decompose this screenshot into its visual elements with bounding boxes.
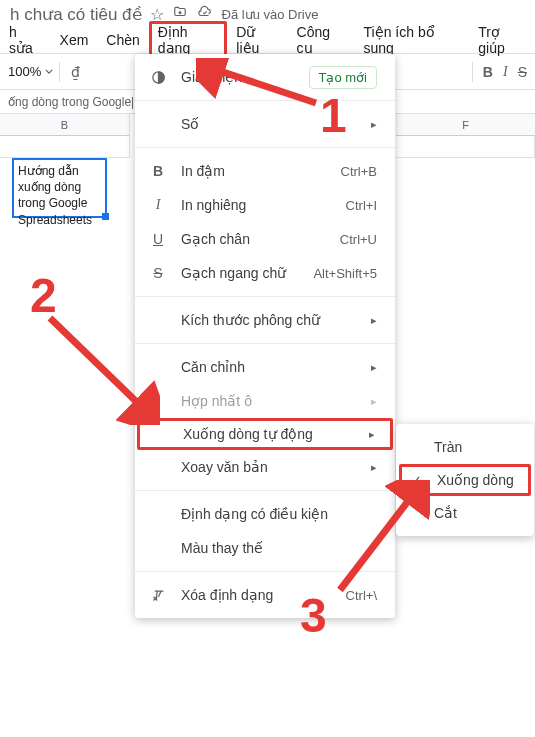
- chevron-right-icon: ▸: [369, 428, 375, 441]
- chevron-right-icon: ▸: [371, 395, 377, 408]
- italic-icon: I: [149, 197, 167, 213]
- menu-insert[interactable]: Chèn: [97, 29, 148, 51]
- annotation-number-3: 3: [300, 588, 327, 643]
- saved-status: Đã lưu vào Drive: [222, 7, 319, 22]
- menu-number[interactable]: Số ▸: [135, 107, 395, 141]
- menu-altcolor[interactable]: Màu thay thế: [135, 531, 395, 565]
- clear-format-icon: [149, 588, 167, 603]
- currency-icon[interactable]: ₫: [66, 63, 84, 81]
- column-header-b[interactable]: B: [0, 114, 130, 136]
- menu-theme[interactable]: Giao diện Tạo mới: [135, 60, 395, 94]
- bold-icon: B: [149, 163, 167, 179]
- column-header-f[interactable]: F: [396, 114, 535, 136]
- zoom-value: 100%: [8, 64, 41, 79]
- annotation-number-2: 2: [30, 268, 57, 323]
- zoom-dropdown[interactable]: 100%: [8, 64, 53, 79]
- check-icon: ✓: [411, 473, 427, 488]
- chevron-right-icon: ▸: [371, 361, 377, 374]
- menu-tools[interactable]: Công cụ: [288, 21, 355, 59]
- menu-format[interactable]: Định dạng: [149, 21, 228, 59]
- theme-icon: [149, 70, 167, 85]
- menu-addons[interactable]: Tiện ích bổ sung: [355, 21, 470, 59]
- wrap-submenu: Tràn ✓ Xuống dòng Cắt: [396, 424, 534, 536]
- italic-button[interactable]: I: [503, 64, 508, 80]
- cell-content: Hướng dẫn xuống dòng trong Google Spread…: [18, 164, 92, 227]
- menu-conditional[interactable]: Định dạng có điều kiện: [135, 497, 395, 531]
- menu-clear[interactable]: Xóa định dạng Ctrl+\: [135, 578, 395, 612]
- format-menu: Giao diện Tạo mới Số ▸ B In đậm Ctrl+B I…: [135, 54, 395, 618]
- chevron-right-icon: ▸: [371, 314, 377, 327]
- menu-strike[interactable]: S Gạch ngang chữ Alt+Shift+5: [135, 256, 395, 290]
- chevron-right-icon: ▸: [371, 118, 377, 131]
- create-new-button[interactable]: Tạo mới: [309, 66, 378, 89]
- menu-underline[interactable]: U Gạch chân Ctrl+U: [135, 222, 395, 256]
- menu-bold[interactable]: B In đậm Ctrl+B: [135, 154, 395, 188]
- strike-icon: S: [149, 265, 167, 281]
- toolbar-separator: [59, 62, 60, 82]
- menu-edit[interactable]: h sửa: [0, 21, 51, 59]
- underline-icon: U: [149, 231, 167, 247]
- strike-button[interactable]: S: [518, 64, 527, 80]
- active-cell[interactable]: Hướng dẫn xuống dòng trong Google Spread…: [12, 158, 107, 218]
- menu-merge: Hợp nhất ô ▸: [135, 384, 395, 418]
- submenu-wrap[interactable]: ✓ Xuống dòng: [399, 464, 531, 496]
- menu-help[interactable]: Trợ giúp: [469, 21, 535, 59]
- menu-align[interactable]: Căn chỉnh ▸: [135, 350, 395, 384]
- menu-view[interactable]: Xem: [51, 29, 98, 51]
- submenu-overflow[interactable]: Tràn: [396, 430, 534, 464]
- submenu-clip[interactable]: Cắt: [396, 496, 534, 530]
- toolbar-separator: [472, 62, 473, 82]
- annotation-number-1: 1: [320, 88, 347, 143]
- menu-rotate[interactable]: Xoay văn bản ▸: [135, 450, 395, 484]
- menu-data[interactable]: Dữ liệu: [227, 21, 287, 59]
- formula-text: ống dòng trong Google|: [8, 95, 134, 109]
- menu-italic[interactable]: I In nghiêng Ctrl+I: [135, 188, 395, 222]
- menu-fontsize[interactable]: Kích thước phông chữ ▸: [135, 303, 395, 337]
- bold-button[interactable]: B: [483, 64, 493, 80]
- menu-bar: h sửa Xem Chèn Định dạng Dữ liệu Công cụ…: [0, 28, 535, 54]
- chevron-down-icon: [45, 69, 53, 74]
- chevron-right-icon: ▸: [371, 461, 377, 474]
- menu-wrap[interactable]: Xuống dòng tự động ▸: [137, 418, 393, 450]
- fill-handle[interactable]: [102, 213, 109, 220]
